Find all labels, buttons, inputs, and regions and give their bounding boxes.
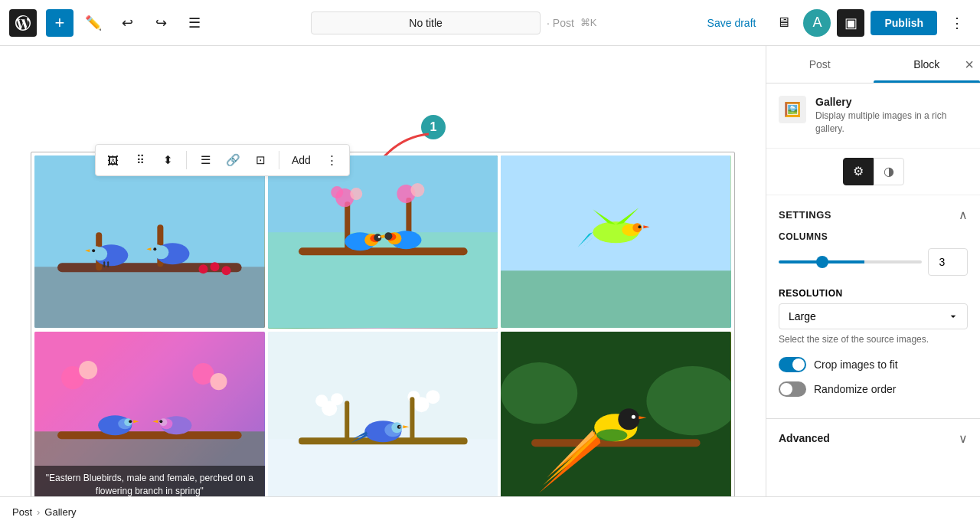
wordpress-logo[interactable]	[9, 9, 37, 37]
svg-point-16	[153, 247, 156, 250]
settings-view-tab[interactable]: ⚙	[843, 158, 874, 185]
add-image-btn[interactable]: Add	[286, 151, 317, 169]
editor-area: 🖼 ⠿ ⬍ ☰ 🔗 ⊡ Add ⋮ 1	[0, 46, 766, 496]
gallery-image-6[interactable]	[501, 332, 731, 497]
toolbar-separator-2	[279, 151, 279, 169]
svg-point-20	[222, 266, 231, 275]
svg-point-30	[410, 183, 424, 197]
sidebar-toggle-button[interactable]: ▣	[837, 9, 864, 37]
svg-point-60	[210, 373, 227, 390]
gallery-grid[interactable]: "Eastern Bluebirds, male and female, per…	[31, 152, 735, 496]
toolbar-separator-1	[186, 151, 187, 169]
svg-point-99	[632, 414, 635, 418]
svg-rect-61	[57, 431, 242, 439]
svg-rect-12	[107, 261, 109, 267]
save-draft-button[interactable]: Save draft	[700, 12, 764, 34]
settings-section: Settings ∧ COLUMNS RESOLUTION Thumbnail …	[766, 195, 980, 418]
randomize-toggle-thumb	[780, 383, 792, 395]
randomize-toggle[interactable]	[779, 381, 806, 397]
resolution-select[interactable]: Thumbnail Medium Large Full Size	[779, 303, 968, 329]
options-button[interactable]: ⋮	[943, 9, 971, 37]
undo-button[interactable]: ↩	[113, 9, 141, 37]
svg-point-9	[92, 249, 95, 252]
more-options-btn[interactable]: ⋮	[320, 148, 345, 172]
svg-point-78	[426, 390, 439, 404]
avatar-button[interactable]: A	[803, 9, 831, 37]
publish-button[interactable]: Publish	[871, 11, 937, 35]
randomize-label: Randomize order	[814, 383, 896, 395]
svg-point-40	[384, 232, 392, 240]
sidebar-tabs: Post Block ×	[766, 46, 980, 83]
redo-button[interactable]: ↪	[147, 9, 175, 37]
svg-rect-73	[268, 439, 498, 496]
crop-btn[interactable]: ⊡	[248, 148, 273, 172]
gallery-image-3[interactable]	[501, 155, 731, 328]
gallery-image-1[interactable]	[34, 155, 265, 328]
gallery-image-2[interactable]	[268, 155, 498, 329]
edit-mode-button[interactable]: ✏️	[80, 9, 107, 37]
tab-post[interactable]: Post	[766, 46, 874, 83]
document-overview-button[interactable]: ☰	[181, 9, 208, 37]
svg-point-8	[90, 246, 101, 257]
svg-point-49	[639, 225, 642, 228]
columns-slider[interactable]	[779, 260, 922, 264]
breadcrumb: Post › Gallery	[0, 496, 980, 527]
svg-point-15	[152, 244, 162, 255]
settings-title: Settings	[779, 209, 831, 221]
block-toolbar: 🖼 ⠿ ⬍ ☰ 🔗 ⊡ Add ⋮	[95, 144, 350, 176]
post-title-input[interactable]	[311, 11, 541, 34]
svg-point-75	[315, 394, 328, 407]
block-details: Gallery Display multiple images in a ric…	[815, 96, 968, 136]
step-badge: 1	[421, 115, 446, 139]
svg-point-65	[129, 420, 132, 423]
gallery-caption-4: "Eastern Bluebirds, male and female, per…	[34, 466, 265, 496]
advanced-section: Advanced ∨	[766, 418, 980, 458]
sidebar-close-button[interactable]: ×	[965, 56, 974, 74]
columns-input[interactable]	[928, 248, 968, 276]
advanced-title: Advanced	[779, 432, 830, 444]
post-type-label: · Post	[547, 17, 574, 29]
svg-point-34	[374, 234, 381, 241]
breadcrumb-post[interactable]: Post	[12, 506, 32, 518]
svg-rect-43	[501, 270, 731, 328]
styles-view-tab[interactable]: ◑	[874, 158, 904, 185]
columns-row	[779, 248, 968, 276]
svg-point-70	[159, 420, 162, 423]
randomize-toggle-row: Randomize order	[779, 381, 968, 397]
settings-header: Settings ∧	[779, 208, 968, 222]
svg-point-27	[331, 186, 343, 198]
crop-toggle-row: Crop images to fit	[779, 357, 968, 372]
breadcrumb-gallery: Gallery	[44, 506, 76, 518]
crop-toggle-thumb	[792, 358, 805, 371]
svg-point-105	[597, 429, 628, 441]
svg-point-19	[210, 262, 219, 271]
gallery-icon-btn[interactable]: 🖼	[100, 148, 125, 172]
svg-rect-22	[268, 232, 498, 328]
block-title: Gallery	[815, 96, 968, 108]
link-btn[interactable]: 🔗	[220, 148, 245, 172]
resolution-label: RESOLUTION	[779, 288, 968, 299]
top-bar: + ✏️ ↩ ↪ ☰ · Post ⌘K Save draft 🖥 A ▣ Pu…	[0, 0, 980, 46]
advanced-header[interactable]: Advanced ∨	[779, 431, 968, 446]
sidebar: Post Block × 🖼️ Gallery Display multiple…	[766, 46, 980, 496]
drag-handle-btn[interactable]: ⠿	[128, 148, 152, 172]
settings-collapse-btn[interactable]: ∧	[959, 208, 968, 222]
move-up-down-btn[interactable]: ⬍	[155, 148, 180, 172]
add-block-button[interactable]: +	[46, 9, 74, 37]
tab-block[interactable]: Block	[874, 46, 981, 83]
svg-point-28	[350, 188, 362, 200]
svg-point-87	[399, 426, 400, 427]
align-btn[interactable]: ☰	[193, 148, 217, 172]
advanced-collapse-btn[interactable]: ∨	[959, 431, 968, 446]
svg-rect-82	[410, 397, 414, 440]
breadcrumb-separator: ›	[37, 506, 40, 518]
main-layout: 🖼 ⠿ ⬍ ☰ 🔗 ⊡ Add ⋮ 1	[0, 46, 980, 496]
top-right-actions: Save draft 🖥 A ▣ Publish ⋮	[700, 9, 971, 37]
gallery-image-4[interactable]: "Eastern Bluebirds, male and female, per…	[34, 332, 265, 497]
gallery-image-5[interactable]	[268, 332, 498, 497]
tab-indicator	[874, 80, 981, 83]
crop-toggle[interactable]	[779, 357, 806, 372]
crop-label: Crop images to fit	[814, 358, 898, 371]
preview-button[interactable]: 🖥	[769, 9, 797, 37]
resolution-hint: Select the size of the source images.	[779, 334, 968, 345]
